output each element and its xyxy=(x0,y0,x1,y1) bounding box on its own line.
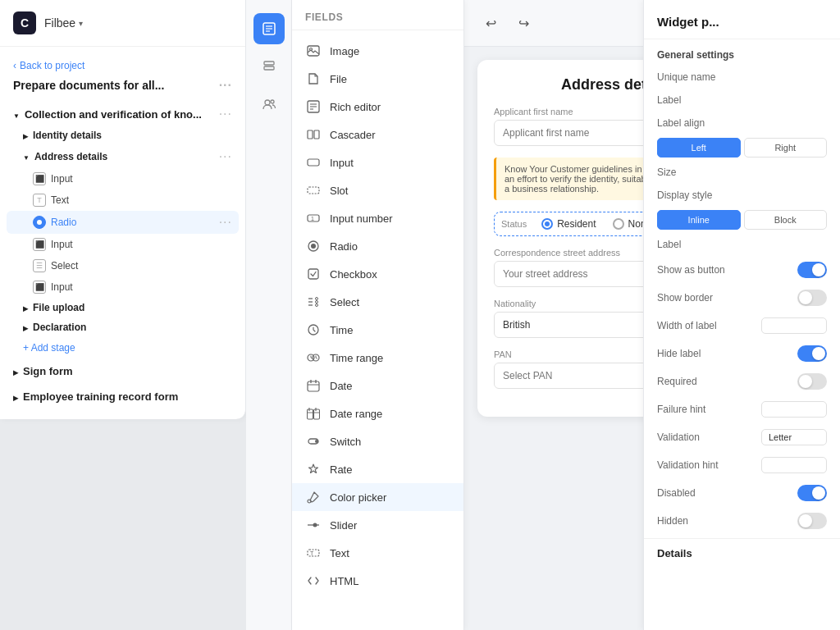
label-failure-hint: Failure hint xyxy=(657,404,705,415)
show-as-button-toggle[interactable] xyxy=(797,262,827,278)
general-settings-label: General settings xyxy=(644,39,840,66)
sidebar-content: ‹ Back to project Prepare documents for … xyxy=(0,47,245,419)
tree-item-input-2[interactable]: ⬛ Input xyxy=(0,234,245,255)
field-label-radio: Radio xyxy=(330,240,358,253)
property-display-style: Display style xyxy=(644,184,840,207)
sub-section-declaration[interactable]: Declaration xyxy=(0,317,245,337)
field-label-switch: Switch xyxy=(330,436,361,448)
sub-section-address[interactable]: Address details ··· xyxy=(0,145,245,168)
field-item-radio[interactable]: Radio xyxy=(292,232,463,260)
undo-button[interactable]: ↩ xyxy=(477,10,504,36)
field-item-checkbox[interactable]: Checkbox xyxy=(292,260,463,288)
field-item-image[interactable]: Image xyxy=(292,37,463,65)
validation-hint-input[interactable] xyxy=(761,457,827,473)
validation-input[interactable] xyxy=(761,429,827,445)
back-to-project-link[interactable]: ‹ Back to project xyxy=(0,57,245,78)
add-stage-button[interactable]: + Add stage xyxy=(0,337,245,358)
section-menu-icon[interactable]: ··· xyxy=(219,107,232,121)
field-item-slider[interactable]: Slider xyxy=(292,511,463,539)
section-collection[interactable]: Collection and verification of kno... ··… xyxy=(0,103,245,126)
left-sidebar: C Filbee ▾ ‹ Back to project Prepare doc… xyxy=(0,0,246,419)
details-section: Details xyxy=(644,538,840,568)
project-menu-icon[interactable]: ··· xyxy=(219,78,232,93)
icon-btn-layers[interactable] xyxy=(253,51,285,82)
icon-btn-forms[interactable] xyxy=(253,13,285,44)
property-width-label: Width of label xyxy=(644,312,840,340)
display-block-button[interactable]: Block xyxy=(744,210,828,230)
align-left-button[interactable]: Left xyxy=(657,138,741,158)
field-item-color-picker[interactable]: Color picker xyxy=(292,483,463,511)
field-item-switch[interactable]: Switch xyxy=(292,427,463,455)
svg-text:T: T xyxy=(310,550,314,556)
field-icon-input xyxy=(305,154,322,171)
icon-btn-users[interactable] xyxy=(253,89,285,120)
redo-button[interactable]: ↪ xyxy=(510,10,536,36)
field-item-rich-editor[interactable]: Rich editor xyxy=(292,93,463,121)
label-required: Required xyxy=(657,376,697,387)
radio-option-resident[interactable]: Resident xyxy=(533,212,604,235)
field-item-time[interactable]: Time xyxy=(292,316,463,344)
svg-rect-16 xyxy=(308,159,319,166)
hide-label-toggle[interactable] xyxy=(797,345,827,362)
svg-rect-37 xyxy=(308,409,313,419)
field-label-date: Date xyxy=(330,380,352,392)
field-item-cascader[interactable]: Cascader xyxy=(292,121,463,148)
sign-form-section[interactable]: Sign form xyxy=(0,358,245,384)
field-item-html[interactable]: HTML xyxy=(292,567,463,595)
label-hidden: Hidden xyxy=(657,515,688,527)
tree-item-text[interactable]: T Text xyxy=(0,189,245,211)
field-icon-cascader xyxy=(305,126,322,143)
failure-hint-input[interactable] xyxy=(761,401,827,418)
employee-form-section[interactable]: Employee training record form xyxy=(0,384,245,409)
field-label-file: File xyxy=(330,73,347,85)
sub-section-file-upload[interactable]: File upload xyxy=(0,298,245,317)
field-icon-select xyxy=(305,294,322,310)
property-label2: Label xyxy=(644,233,840,256)
field-label-time-range: Time range xyxy=(330,352,383,364)
app-logo: C xyxy=(13,11,36,34)
field-label-rate: Rate xyxy=(330,463,352,476)
radio-menu-icon[interactable]: ··· xyxy=(219,215,232,230)
field-item-rate[interactable]: Rate xyxy=(292,455,463,483)
property-validation: Validation xyxy=(644,423,840,451)
property-required: Required xyxy=(644,368,840,395)
disabled-toggle[interactable] xyxy=(797,485,827,501)
label-unique-name: Unique name xyxy=(657,71,715,83)
sign-form-expand-icon xyxy=(13,365,18,377)
tree-item-input-3[interactable]: ⬛ Input xyxy=(0,276,245,298)
icon-sidebar xyxy=(246,0,292,630)
field-item-date[interactable]: Date xyxy=(292,372,463,399)
property-validation-hint: Validation hint xyxy=(644,451,840,479)
field-icon-time xyxy=(305,322,322,338)
svg-point-6 xyxy=(265,100,270,105)
hidden-toggle[interactable] xyxy=(797,513,827,529)
tree-item-select[interactable]: ☰ Select xyxy=(0,255,245,276)
show-border-toggle[interactable] xyxy=(797,290,827,306)
display-inline-button[interactable]: Inline xyxy=(657,210,741,230)
tree-item-radio[interactable]: Radio ··· xyxy=(7,211,239,234)
field-item-time-range[interactable]: Time range xyxy=(292,344,463,372)
field-item-date-range[interactable]: Date range xyxy=(292,399,463,427)
section-collapse-icon xyxy=(13,108,20,121)
section-label: Collection and verification of kno... xyxy=(25,108,202,121)
field-label-input: Input xyxy=(330,157,354,169)
sub-section-identity[interactable]: Identity details xyxy=(0,126,245,145)
svg-point-29 xyxy=(316,304,318,307)
fields-panel: Fields Image File Rich editor Cascader xyxy=(292,0,464,630)
field-item-input[interactable]: Input xyxy=(292,148,463,176)
sub-collapse-icon-2 xyxy=(23,151,30,162)
field-item-slot[interactable]: Slot xyxy=(292,176,463,204)
field-item-select[interactable]: Select xyxy=(292,288,463,316)
field-item-file[interactable]: File xyxy=(292,65,463,93)
align-right-button[interactable]: Right xyxy=(744,138,828,158)
tree-item-input-1[interactable]: ⬛ Input xyxy=(0,168,245,189)
width-label-input[interactable] xyxy=(761,317,827,334)
app-name[interactable]: Filbee ▾ xyxy=(44,16,83,30)
address-menu-icon[interactable]: ··· xyxy=(219,149,232,164)
input-icon-3: ⬛ xyxy=(33,281,46,294)
field-item-input-number[interactable]: 1 Input number xyxy=(292,204,463,232)
property-hidden: Hidden xyxy=(644,507,840,535)
back-arrow-icon: ‹ xyxy=(13,60,16,71)
required-toggle[interactable] xyxy=(797,373,827,390)
field-item-text[interactable]: T Text xyxy=(292,539,463,567)
